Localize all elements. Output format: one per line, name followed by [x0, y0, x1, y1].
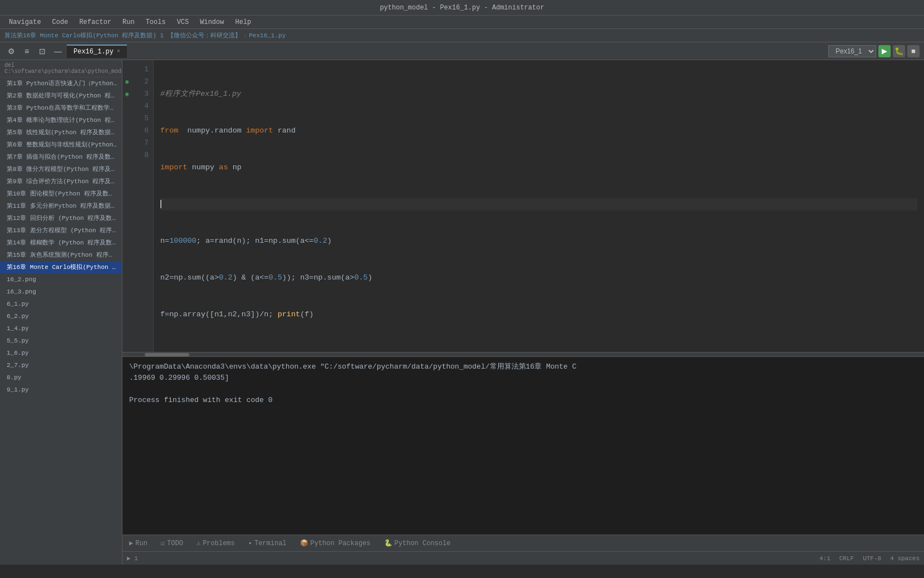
sidebar-item-ch15[interactable]: 第15章 灰色系统预测(Python 程序及数据) 1 【微 [0, 249, 122, 261]
main-area: del C:\software\pycharm\data\python_mode… [0, 60, 924, 565]
debug-button[interactable]: 🐛 [893, 45, 905, 57]
title-text: python_model - Pex16_1.py - Administrato… [380, 4, 544, 12]
h-scrollbar[interactable] [122, 352, 924, 356]
menu-bar: Navigate Code Refactor Run Tools VCS Win… [0, 16, 924, 29]
sidebar-item-ch4[interactable]: 第4章 概率论与数理统计(Python 程序及数据) 1 [ [0, 114, 122, 126]
sidebar-item-1-6-py[interactable]: 1_6.py [0, 347, 122, 359]
menu-navigate[interactable]: Navigate [4, 17, 46, 27]
sidebar-item-ch8[interactable]: 第8章 微分方程模型(Python 程序及数据) 1 【微信 [0, 163, 122, 175]
gutter-7 [122, 137, 131, 149]
toolbar: ⚙ ≡ ⊡ — Pex16_1.py × Pex16_1 ▶ 🐛 ■ [0, 42, 924, 60]
terminal-blank [129, 384, 917, 395]
gutter-8 [122, 149, 131, 161]
sidebar-item-6-2-py[interactable]: 6_2.py [0, 310, 122, 322]
sidebar-item-ch10[interactable]: 第10章 图论模型(Python 程序及数据) 1 【微信公 [0, 188, 122, 200]
tab-python-console[interactable]: 🐍 Python Console [377, 535, 458, 551]
menu-help[interactable]: Help [230, 17, 255, 27]
run-button[interactable]: ▶ [878, 45, 891, 57]
sidebar-item-16-3-png[interactable]: 16_3.png [0, 286, 122, 298]
run-tab-icon: ▶ [129, 539, 133, 547]
line-num-5: 5 [131, 112, 149, 125]
menu-refactor[interactable]: Refactor [75, 17, 116, 27]
menu-code[interactable]: Code [48, 17, 73, 27]
code-editor-area: ◉ ◉ 1 2 3 4 5 6 7 8 #程序文件Pex16_1.py fro [122, 60, 924, 565]
code-line-6: n2=np.sum((a>0.2) & (a<=0.5)); n3=np.sum… [160, 272, 917, 284]
run-config-selector[interactable]: Pex16_1 [828, 45, 876, 57]
code-lines[interactable]: #程序文件Pex16_1.py from numpy.random import… [154, 60, 924, 352]
gutter-1 [122, 63, 131, 76]
sidebar-item-5-5-py[interactable]: 5_5.py [0, 335, 122, 347]
tab-todo[interactable]: ☑ TODO [154, 535, 190, 551]
sidebar-item-8-py[interactable]: 8.py [0, 371, 122, 384]
breadcrumb-bar: 算法第16章 Monte Carlo模拟(Python 程序及数据) 1 【微信… [0, 29, 924, 42]
line-num-7: 7 [131, 137, 149, 149]
code-line-2: from numpy.random import rand [160, 125, 917, 137]
sidebar-item-ch3[interactable]: 第3章 Python在高等数学和工程数学的应用(Pyth [0, 102, 122, 114]
line-numbers: 1 2 3 4 5 6 7 8 [131, 60, 154, 352]
tab-terminal[interactable]: ▪ Terminal [242, 535, 293, 551]
terminal-exit: Process finished with exit code 0 [129, 395, 917, 406]
status-git: ▶ 1 [127, 555, 138, 562]
problems-tab-icon: ⚠ [196, 539, 200, 547]
status-line-ending: CRLF [839, 555, 854, 562]
tab-python-packages[interactable]: 📦 Python Packages [293, 535, 377, 551]
breadcrumb-chapter[interactable]: 算法第16章 Monte Carlo模拟(Python 程序及数据) 1 【微信… [4, 31, 241, 40]
tab-label: Pex16_1.py [73, 48, 114, 56]
sidebar-item-ch11[interactable]: 第11章 多元分析Python 程序及数据) 1 【微信公 [0, 200, 122, 212]
sidebar-item-ch6[interactable]: 第6章 整数规划与非线性规划(Python 程序及数据 [0, 139, 122, 151]
sidebar-item-6-1-py[interactable]: 6_1.py [0, 298, 122, 310]
run-controls: Pex16_1 ▶ 🐛 ■ [828, 45, 920, 57]
settings-button[interactable]: ⚙ [4, 45, 18, 58]
code-line-1: #程序文件Pex16_1.py [160, 88, 917, 100]
tab-problems[interactable]: ⚠ Problems [190, 535, 242, 551]
gutter-6 [122, 125, 131, 137]
sidebar-item-ch1[interactable]: 第1章 Python语言快速入门（Python 程序及数据 [0, 77, 122, 90]
sidebar-item-9-1-py[interactable]: 9_1.py [0, 384, 122, 396]
sidebar-item-ch2[interactable]: 第2章 数据处理与可视化(Python 程序及数据) 1 [ [0, 90, 122, 102]
stop-button[interactable]: ■ [907, 45, 920, 57]
code-editor[interactable]: ◉ ◉ 1 2 3 4 5 6 7 8 #程序文件Pex16_1.py fro [122, 60, 924, 352]
sidebar-project-path: del C:\software\pycharm\data\python_mode… [0, 60, 122, 77]
python-packages-tab-icon: 📦 [300, 539, 308, 547]
split-button[interactable]: ⊡ [36, 45, 49, 58]
todo-tab-icon: ☑ [161, 539, 165, 547]
code-line-8 [160, 345, 917, 352]
line-num-4: 4 [131, 100, 149, 112]
terminal-cmd-line: \ProgramData\Anaconda3\envs\data\python.… [129, 361, 917, 373]
sidebar-item-ch12[interactable]: 第12章 回归分析 (Python 程序及数据) 1 【微信 [0, 212, 122, 224]
sidebar: del C:\software\pycharm\data\python_mode… [0, 60, 122, 565]
sidebar-item-ch13[interactable]: 第13章 差分方程模型 (Python 程序及数据) 1 [ [0, 224, 122, 237]
status-indent: 4 spaces [890, 555, 920, 562]
breadcrumb-separator: › [243, 32, 247, 39]
sidebar-item-2-7-py[interactable]: 2_7.py [0, 359, 122, 371]
problems-tab-label: Problems [203, 540, 235, 547]
menu-vcs[interactable]: VCS [173, 17, 194, 27]
python-console-tab-label: Python Console [395, 540, 451, 547]
title-bar: python_model - Pex16_1.py - Administrato… [0, 0, 924, 16]
line-num-1: 1 [131, 63, 149, 76]
tab-close-button[interactable]: × [117, 48, 120, 55]
sidebar-item-ch5[interactable]: 第5章 线性规划(Python 程序及数据) 1 【微信公 [0, 126, 122, 139]
terminal-output: \ProgramData\Anaconda3\envs\data\python.… [122, 357, 924, 535]
gutter-5 [122, 112, 131, 125]
breadcrumb-file[interactable]: Pex16_1.py [249, 32, 286, 39]
menu-run[interactable]: Run [118, 17, 139, 27]
code-line-7: f=np.array([n1,n2,n3])/n; print(f) [160, 308, 917, 321]
structure-button[interactable]: ≡ [20, 45, 33, 58]
sidebar-item-ch16[interactable]: 第16章 Monte Carlo模拟(Python 程序及数据 [0, 261, 122, 273]
gutter-4 [122, 100, 131, 112]
menu-window[interactable]: Window [195, 17, 228, 27]
status-right: 4:1 CRLF UTF-8 4 spaces [819, 555, 920, 562]
active-tab[interactable]: Pex16_1.py × [67, 45, 127, 58]
sidebar-item-1-4-py[interactable]: 1_4.py [0, 322, 122, 335]
sidebar-item-ch14[interactable]: 第14章 模糊数学 (Python 程序及数据) 1 [ [0, 237, 122, 249]
terminal-result: .19969 0.29996 0.50035] [129, 373, 917, 384]
sidebar-item-16-2-png[interactable]: 16_2.png [0, 273, 122, 286]
sidebar-item-ch7[interactable]: 第7章 插值与拟合(Python 程序及数据) 1 【微信 [0, 151, 122, 163]
menu-tools[interactable]: Tools [141, 17, 170, 27]
more-button[interactable]: — [51, 45, 65, 58]
tab-run[interactable]: ▶ Run [122, 535, 154, 551]
code-line-5: n=100000; a=rand(n); n1=np.sum(a<=0.2) [160, 235, 917, 247]
sidebar-item-ch9[interactable]: 第9章 综合评价方法(Python 程序及数据) 1 【微信 [0, 175, 122, 188]
code-line-4 [160, 198, 917, 210]
